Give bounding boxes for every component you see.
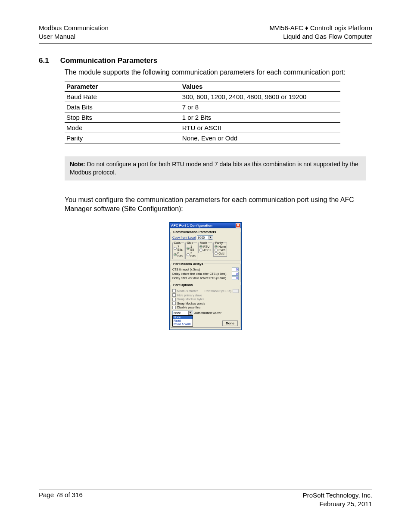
- mode-ascii-radio[interactable]: ASCII: [199, 249, 211, 252]
- port-modem-delays-group: Port Modem Delays CTS timeout (x 5ms)0 D…: [171, 262, 240, 282]
- parity-none-radio[interactable]: None: [215, 245, 226, 248]
- dialog-title: AFC Port 1 Configuration: [171, 224, 212, 227]
- th-values: Values: [181, 81, 340, 92]
- comm-params-group: Communication Parameters Copy from Local…: [171, 230, 240, 261]
- po-legend: Port Options: [172, 283, 193, 287]
- footer-page: Page 78 of 316: [39, 491, 83, 509]
- data-7-radio[interactable]: 7 Bits: [174, 245, 183, 251]
- page-header: Modbus Communication User Manual MVI56-A…: [39, 24, 372, 44]
- auth-option-none[interactable]: None: [173, 316, 193, 319]
- table-row: Baud Rate300, 600, 1200, 2400, 4800, 960…: [65, 92, 340, 102]
- note-label: Note:: [70, 161, 85, 168]
- cts-timeout-input[interactable]: 0: [232, 268, 239, 271]
- header-title-left-2: User Manual: [39, 32, 109, 41]
- auth-waiver-select[interactable]: None ▼: [172, 311, 193, 315]
- auth-waiver-label: Authorization waiver: [194, 311, 221, 314]
- pmd-legend: Port Modem Delays: [172, 262, 204, 266]
- data-8-radio[interactable]: 8 Bits: [174, 252, 183, 258]
- swap-bytes-checkbox: Swap Modbus bytes: [172, 298, 239, 301]
- dialog-titlebar: AFC Port 1 Configuration X: [170, 223, 241, 228]
- table-row: Data Bits7 or 8: [65, 102, 340, 112]
- section-heading: 6.1Communication Parameters: [39, 56, 372, 65]
- note-box: Note: Do not configure a port for both R…: [65, 156, 366, 180]
- parameters-table: Parameter Values Baud Rate300, 600, 1200…: [65, 81, 340, 143]
- chevron-down-icon[interactable]: ▼: [209, 236, 212, 240]
- parity-even-radio[interactable]: Even: [215, 249, 226, 252]
- hide-primary-slave-checkbox: Hide primary slave: [172, 293, 239, 297]
- header-title-right-2: Liquid and Gas Flow Computer: [269, 32, 372, 41]
- copy-from-local-link[interactable]: Copy from Local: [172, 236, 196, 240]
- header-title-left-1: Modbus Communication: [39, 24, 109, 32]
- header-title-right-1: MVI56-AFC ♦ ControlLogix Platform: [269, 24, 372, 32]
- footer-date: February 25, 2011: [303, 500, 372, 508]
- port-options-group: Port Options Modbus master Rcv timeout (…: [171, 283, 240, 328]
- table-row: Stop Bits1 or 2 Bits: [65, 112, 340, 123]
- stop-2-radio[interactable]: 2 Bits: [187, 252, 196, 258]
- parity-odd-radio[interactable]: Odd: [215, 252, 226, 255]
- mode-group: Mode RTU ASCII: [198, 241, 212, 253]
- auth-option-readwrite[interactable]: Read & Write: [173, 323, 193, 326]
- section-number: 6.1: [39, 56, 49, 65]
- rcv-timeout-input: [233, 289, 239, 293]
- parity-group: Parity None Even Odd: [213, 241, 227, 257]
- comm-params-legend: Communication Parameters: [172, 230, 217, 234]
- close-icon[interactable]: X: [236, 223, 240, 228]
- note-text: Do not configure a port for both RTU mod…: [70, 161, 358, 176]
- data-bits-group: Data 7 Bits 8 Bits: [172, 241, 184, 259]
- chevron-down-icon[interactable]: ▼: [188, 311, 192, 315]
- stop-1-radio[interactable]: 1 Bit: [187, 245, 196, 251]
- delay-before-input[interactable]: 0: [232, 272, 239, 276]
- baud-select[interactable]: 9600 ▼: [197, 235, 213, 240]
- delay-after-input[interactable]: 0: [232, 276, 239, 280]
- mode-rtu-radio[interactable]: RTU: [199, 245, 211, 248]
- configure-paragraph: You must configure the communication par…: [65, 195, 372, 214]
- table-row: ParityNone, Even or Odd: [65, 133, 340, 143]
- swap-words-checkbox[interactable]: Swap Modbus words: [172, 302, 239, 305]
- table-row: ModeRTU or ASCII: [65, 123, 340, 133]
- modbus-master-checkbox: Modbus master Rcv timeout (x 0.1s): [172, 289, 239, 293]
- stop-bits-group: Stop 1 Bit 2 Bits: [185, 241, 197, 259]
- section-title: Communication Parameters: [60, 56, 158, 65]
- done-button[interactable]: Done: [222, 320, 238, 326]
- section-intro: The module supports the following commun…: [65, 68, 372, 77]
- page-footer: Page 78 of 316 ProSoft Technology, Inc. …: [39, 489, 372, 509]
- afc-port-config-dialog: AFC Port 1 Configuration X Communication…: [169, 222, 242, 330]
- th-parameter: Parameter: [65, 81, 181, 92]
- disable-passthru-checkbox[interactable]: Disable pass-thru: [172, 306, 239, 309]
- footer-company: ProSoft Technology, Inc.: [303, 491, 372, 500]
